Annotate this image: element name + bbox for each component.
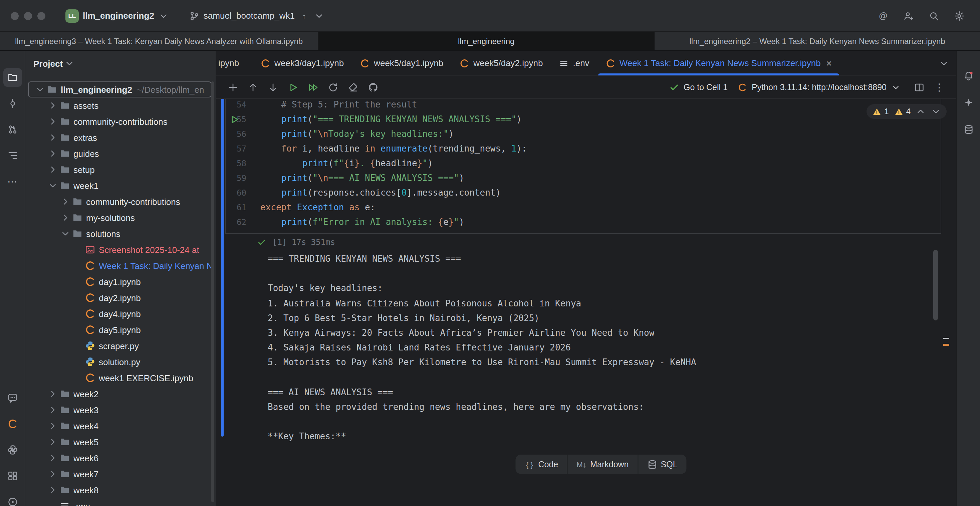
zoom-window-button[interactable] — [37, 12, 45, 20]
chevron-right-icon[interactable] — [48, 420, 58, 431]
tree-item[interactable]: guides — [28, 146, 212, 162]
tree-item[interactable]: llm_engineering2~/Desktop/llm_en — [28, 81, 212, 97]
split-cell-button[interactable] — [911, 79, 928, 95]
tree-item[interactable]: my-solutions — [28, 210, 212, 226]
run-button[interactable] — [3, 493, 22, 506]
editor-tab[interactable]: week3/day1.ipynb — [252, 51, 352, 75]
tree-item[interactable]: scraper.py — [28, 338, 212, 354]
editor-tab[interactable]: Week 1 Task: Daily Kenyan News Summarize… — [598, 51, 840, 75]
restart-kernel-button[interactable] — [325, 79, 342, 95]
collaborate-button[interactable] — [899, 6, 919, 26]
tree-item[interactable]: week3 — [28, 402, 212, 418]
tree-item[interactable]: week1 — [28, 178, 212, 194]
tree-item[interactable]: week4 — [28, 418, 212, 434]
tree-item[interactable]: assets — [28, 97, 212, 113]
more-vertical-button[interactable]: ⋮ — [931, 79, 948, 95]
close-window-button[interactable] — [11, 12, 19, 20]
inspections-widget[interactable]: 14 — [866, 104, 947, 119]
more-button[interactable]: ⋯ — [3, 172, 22, 191]
kernel-selector[interactable]: Python 3.11.14: http://localhost:8890 — [737, 82, 901, 92]
chevron-right-icon[interactable] — [48, 437, 58, 447]
tree-item[interactable]: setup — [28, 162, 212, 178]
chevron-right-icon[interactable] — [48, 164, 58, 175]
clear-outputs-button[interactable] — [344, 79, 362, 95]
move-down-button[interactable] — [264, 79, 282, 95]
tree-item[interactable]: community-contributions — [28, 113, 212, 129]
settings-button[interactable] — [949, 6, 969, 26]
commit-button[interactable] — [3, 94, 22, 113]
code-line[interactable]: 59 print("\n=== AI NEWS ANALYSIS ===") — [226, 171, 940, 186]
ai-chat-button[interactable] — [3, 388, 22, 407]
move-up-button[interactable] — [244, 79, 262, 95]
tree-item[interactable]: week1 EXERCISE.ipynb — [28, 370, 212, 386]
tree-item[interactable]: Screenshot 2025-10-24 at — [28, 242, 212, 258]
pull-requests-button[interactable] — [3, 120, 22, 139]
tree-item[interactable]: week6 — [28, 450, 212, 466]
tree-item[interactable]: community-contributions — [28, 194, 212, 210]
tree-item[interactable]: week8 — [28, 482, 212, 498]
chevron-right-icon[interactable] — [48, 116, 58, 127]
tree-item[interactable]: solutions — [28, 226, 212, 242]
chevron-right-icon[interactable] — [60, 196, 71, 207]
notifications-button[interactable] — [959, 67, 978, 86]
tabs-overflow-button[interactable] — [936, 55, 952, 71]
cell-type-code-button[interactable]: { }Code — [515, 455, 567, 474]
chevron-right-icon[interactable] — [48, 388, 58, 399]
github-button[interactable] — [364, 79, 382, 95]
branch-widget[interactable]: samuel_bootcamp_wk1 ↑ — [184, 8, 329, 24]
tree-item[interactable]: week5 — [28, 434, 212, 450]
editor-tab[interactable]: ipynb — [216, 51, 252, 75]
mention-button[interactable]: @ — [873, 6, 893, 26]
prev-problem-button[interactable] — [915, 106, 926, 117]
ai-assistant-star-button[interactable] — [959, 94, 978, 112]
code-line[interactable]: 62 print(f"Error in AI analysis: {e}") — [226, 215, 940, 230]
tree-item[interactable]: .env — [28, 498, 212, 506]
cell-type-markdown-button[interactable]: M↓Markdown — [567, 455, 637, 474]
run-cell-button[interactable] — [285, 79, 302, 95]
code-cell[interactable]: 54 # Step 5: Print the result55 print("=… — [225, 95, 941, 234]
chevron-right-icon[interactable] — [48, 485, 58, 495]
close-tab-icon[interactable]: × — [826, 58, 832, 68]
tree-item[interactable]: week7 — [28, 466, 212, 482]
code-line[interactable]: 57 for i, headline in enumerate(trending… — [226, 142, 940, 156]
run-line-icon[interactable] — [229, 114, 240, 125]
search-button[interactable] — [924, 6, 944, 26]
services-button[interactable] — [3, 466, 22, 485]
editor-tab[interactable]: week5/day2.ipynb — [451, 51, 551, 75]
chevron-down-icon[interactable] — [60, 228, 71, 239]
tree-item[interactable]: solution.py — [28, 354, 212, 370]
chevron-down-icon[interactable] — [48, 180, 58, 191]
minimize-window-button[interactable] — [24, 12, 32, 20]
code-line[interactable]: 56 print("\nToday's key headlines:") — [226, 127, 940, 142]
cell-type-sql-button[interactable]: SQL — [638, 455, 686, 474]
code-line[interactable]: 55 print("=== TRENDING KENYAN NEWS ANALY… — [226, 112, 940, 127]
chevron-right-icon[interactable] — [48, 132, 58, 143]
chevron-right-icon[interactable] — [60, 212, 71, 223]
jupyter-button[interactable] — [3, 415, 22, 433]
chevron-right-icon[interactable] — [48, 469, 58, 479]
tree-item[interactable]: day1.ipynb — [28, 274, 212, 290]
run-all-button[interactable] — [304, 79, 322, 95]
add-cell-button[interactable] — [224, 79, 242, 95]
next-problem-button[interactable] — [931, 106, 941, 117]
window-tab[interactable]: llm_engineering3 – Week 1 Task: Kenyan D… — [0, 32, 318, 50]
window-tab[interactable]: llm_engineering2 – Week 1 Task: Daily Ke… — [655, 32, 980, 50]
project-widget[interactable]: LE llm_engineering2 — [60, 6, 174, 25]
chevron-right-icon[interactable] — [48, 404, 58, 415]
editor-scrollbar[interactable] — [933, 250, 938, 320]
code-line[interactable]: 60 print(response.choices[0].message.con… — [226, 186, 940, 200]
warning-badge[interactable]: 4 — [894, 106, 911, 117]
project-scrollbar[interactable] — [211, 81, 214, 502]
code-line[interactable]: 61except Exception as e: — [226, 200, 940, 215]
database-button[interactable] — [959, 120, 978, 139]
goto-cell-button[interactable]: Go to Cell 1 — [669, 82, 728, 92]
python-console-button[interactable] — [3, 441, 22, 459]
chevron-down-icon[interactable] — [35, 84, 45, 95]
project-button[interactable] — [3, 68, 22, 87]
tree-item[interactable]: week2 — [28, 386, 212, 402]
chevron-right-icon[interactable] — [48, 100, 58, 111]
editor-tab[interactable]: week5/day1.ipynb — [352, 51, 451, 75]
chevron-right-icon[interactable] — [48, 453, 58, 463]
window-tab[interactable]: llm_engineering — [318, 32, 655, 50]
tree-item[interactable]: day2.ipynb — [28, 290, 212, 306]
